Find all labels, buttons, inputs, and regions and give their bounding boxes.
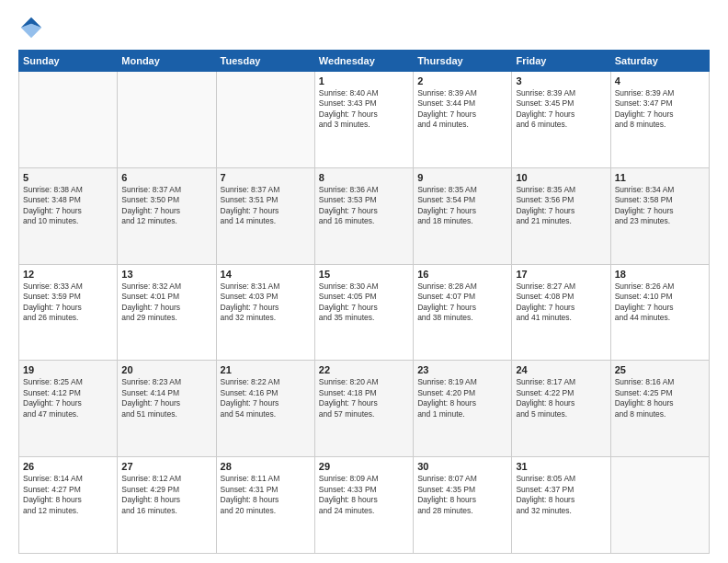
day-info: Sunrise: 8:35 AM Sunset: 3:56 PM Dayligh… — [516, 185, 606, 227]
calendar-cell: 1Sunrise: 8:40 AM Sunset: 3:43 PM Daylig… — [314, 72, 413, 168]
week-row-1: 1Sunrise: 8:40 AM Sunset: 3:43 PM Daylig… — [19, 72, 710, 168]
day-info: Sunrise: 8:20 AM Sunset: 4:18 PM Dayligh… — [319, 377, 409, 419]
day-number: 5 — [23, 172, 113, 183]
calendar-cell: 11Sunrise: 8:34 AM Sunset: 3:58 PM Dayli… — [610, 167, 709, 264]
day-number: 22 — [319, 364, 409, 375]
day-header-monday: Monday — [118, 51, 216, 72]
day-number: 29 — [319, 461, 409, 472]
calendar-cell: 18Sunrise: 8:26 AM Sunset: 4:10 PM Dayli… — [610, 264, 709, 361]
calendar-cell: 19Sunrise: 8:25 AM Sunset: 4:12 PM Dayli… — [19, 361, 118, 457]
day-info: Sunrise: 8:22 AM Sunset: 4:16 PM Dayligh… — [221, 377, 311, 419]
calendar-header: SundayMondayTuesdayWednesdayThursdayFrid… — [19, 51, 710, 72]
calendar-cell: 27Sunrise: 8:12 AM Sunset: 4:29 PM Dayli… — [118, 457, 216, 554]
calendar-cell: 17Sunrise: 8:27 AM Sunset: 4:08 PM Dayli… — [512, 264, 610, 361]
day-number: 31 — [516, 461, 606, 472]
day-info: Sunrise: 8:11 AM Sunset: 4:31 PM Dayligh… — [221, 474, 311, 516]
calendar-cell: 13Sunrise: 8:32 AM Sunset: 4:01 PM Dayli… — [118, 264, 216, 361]
calendar-cell: 21Sunrise: 8:22 AM Sunset: 4:16 PM Dayli… — [216, 361, 314, 457]
day-number: 12 — [23, 269, 113, 280]
day-info: Sunrise: 8:36 AM Sunset: 3:53 PM Dayligh… — [319, 185, 409, 227]
day-info: Sunrise: 8:28 AM Sunset: 4:07 PM Dayligh… — [417, 282, 507, 324]
day-info: Sunrise: 8:25 AM Sunset: 4:12 PM Dayligh… — [23, 377, 113, 419]
calendar-cell: 24Sunrise: 8:17 AM Sunset: 4:22 PM Dayli… — [512, 361, 610, 457]
calendar-cell: 2Sunrise: 8:39 AM Sunset: 3:44 PM Daylig… — [414, 72, 512, 168]
day-info: Sunrise: 8:40 AM Sunset: 3:43 PM Dayligh… — [319, 88, 409, 131]
day-number: 30 — [417, 461, 507, 472]
week-row-2: 5Sunrise: 8:38 AM Sunset: 3:48 PM Daylig… — [19, 167, 710, 264]
day-header-tuesday: Tuesday — [216, 51, 314, 72]
day-info: Sunrise: 8:19 AM Sunset: 4:20 PM Dayligh… — [417, 377, 507, 419]
page: SundayMondayTuesdayWednesdayThursdayFrid… — [0, 0, 728, 563]
day-info: Sunrise: 8:38 AM Sunset: 3:48 PM Dayligh… — [23, 185, 113, 227]
day-number: 14 — [221, 269, 311, 280]
week-row-3: 12Sunrise: 8:33 AM Sunset: 3:59 PM Dayli… — [19, 264, 710, 361]
day-number: 26 — [23, 461, 113, 472]
days-of-week-row: SundayMondayTuesdayWednesdayThursdayFrid… — [19, 51, 710, 72]
day-info: Sunrise: 8:30 AM Sunset: 4:05 PM Dayligh… — [319, 282, 409, 324]
calendar-cell: 9Sunrise: 8:35 AM Sunset: 3:54 PM Daylig… — [414, 167, 512, 264]
calendar-cell — [610, 457, 709, 554]
day-info: Sunrise: 8:09 AM Sunset: 4:33 PM Dayligh… — [319, 474, 409, 516]
day-number: 27 — [121, 461, 211, 472]
calendar-cell: 7Sunrise: 8:37 AM Sunset: 3:51 PM Daylig… — [216, 167, 314, 264]
calendar-cell: 3Sunrise: 8:39 AM Sunset: 3:45 PM Daylig… — [512, 72, 610, 168]
day-info: Sunrise: 8:12 AM Sunset: 4:29 PM Dayligh… — [121, 474, 211, 516]
calendar-cell: 30Sunrise: 8:07 AM Sunset: 4:35 PM Dayli… — [414, 457, 512, 554]
day-info: Sunrise: 8:32 AM Sunset: 4:01 PM Dayligh… — [121, 282, 211, 324]
day-number: 17 — [516, 269, 606, 280]
day-number: 9 — [417, 172, 507, 183]
day-number: 6 — [121, 172, 211, 183]
calendar-cell: 15Sunrise: 8:30 AM Sunset: 4:05 PM Dayli… — [314, 264, 413, 361]
calendar-cell — [216, 72, 314, 168]
day-number: 21 — [221, 364, 311, 375]
day-number: 16 — [417, 269, 507, 280]
calendar-cell: 28Sunrise: 8:11 AM Sunset: 4:31 PM Dayli… — [216, 457, 314, 554]
calendar-cell: 6Sunrise: 8:37 AM Sunset: 3:50 PM Daylig… — [118, 167, 216, 264]
logo — [18, 15, 48, 40]
day-header-saturday: Saturday — [610, 51, 709, 72]
calendar-cell: 20Sunrise: 8:23 AM Sunset: 4:14 PM Dayli… — [118, 361, 216, 457]
calendar-table: SundayMondayTuesdayWednesdayThursdayFrid… — [18, 50, 710, 554]
day-number: 1 — [319, 75, 409, 86]
day-info: Sunrise: 8:35 AM Sunset: 3:54 PM Dayligh… — [417, 185, 507, 227]
day-info: Sunrise: 8:26 AM Sunset: 4:10 PM Dayligh… — [615, 282, 705, 324]
day-number: 28 — [221, 461, 311, 472]
calendar-cell: 10Sunrise: 8:35 AM Sunset: 3:56 PM Dayli… — [512, 167, 610, 264]
day-info: Sunrise: 8:37 AM Sunset: 3:50 PM Dayligh… — [121, 185, 211, 227]
day-info: Sunrise: 8:14 AM Sunset: 4:27 PM Dayligh… — [23, 474, 113, 516]
calendar-cell: 29Sunrise: 8:09 AM Sunset: 4:33 PM Dayli… — [314, 457, 413, 554]
day-number: 24 — [516, 364, 606, 375]
day-info: Sunrise: 8:31 AM Sunset: 4:03 PM Dayligh… — [221, 282, 311, 324]
day-info: Sunrise: 8:34 AM Sunset: 3:58 PM Dayligh… — [615, 185, 705, 227]
calendar-cell: 23Sunrise: 8:19 AM Sunset: 4:20 PM Dayli… — [414, 361, 512, 457]
calendar-cell: 16Sunrise: 8:28 AM Sunset: 4:07 PM Dayli… — [414, 264, 512, 361]
day-info: Sunrise: 8:37 AM Sunset: 3:51 PM Dayligh… — [221, 185, 311, 227]
day-info: Sunrise: 8:39 AM Sunset: 3:44 PM Dayligh… — [417, 88, 507, 131]
calendar-cell: 22Sunrise: 8:20 AM Sunset: 4:18 PM Dayli… — [314, 361, 413, 457]
calendar-cell: 25Sunrise: 8:16 AM Sunset: 4:25 PM Dayli… — [610, 361, 709, 457]
day-number: 19 — [23, 364, 113, 375]
day-info: Sunrise: 8:05 AM Sunset: 4:37 PM Dayligh… — [516, 474, 606, 516]
calendar-cell: 12Sunrise: 8:33 AM Sunset: 3:59 PM Dayli… — [19, 264, 118, 361]
day-number: 7 — [221, 172, 311, 183]
calendar-cell: 8Sunrise: 8:36 AM Sunset: 3:53 PM Daylig… — [314, 167, 413, 264]
day-info: Sunrise: 8:33 AM Sunset: 3:59 PM Dayligh… — [23, 282, 113, 324]
header — [18, 15, 710, 40]
calendar-cell — [118, 72, 216, 168]
day-info: Sunrise: 8:27 AM Sunset: 4:08 PM Dayligh… — [516, 282, 606, 324]
day-number: 13 — [121, 269, 211, 280]
day-number: 4 — [615, 75, 705, 86]
calendar-cell: 26Sunrise: 8:14 AM Sunset: 4:27 PM Dayli… — [19, 457, 118, 554]
calendar-cell: 4Sunrise: 8:39 AM Sunset: 3:47 PM Daylig… — [610, 72, 709, 168]
calendar-body: 1Sunrise: 8:40 AM Sunset: 3:43 PM Daylig… — [19, 72, 710, 554]
calendar-cell — [19, 72, 118, 168]
day-number: 23 — [417, 364, 507, 375]
week-row-5: 26Sunrise: 8:14 AM Sunset: 4:27 PM Dayli… — [19, 457, 710, 554]
day-info: Sunrise: 8:39 AM Sunset: 3:45 PM Dayligh… — [516, 88, 606, 131]
calendar-cell: 5Sunrise: 8:38 AM Sunset: 3:48 PM Daylig… — [19, 167, 118, 264]
day-number: 18 — [615, 269, 705, 280]
day-info: Sunrise: 8:16 AM Sunset: 4:25 PM Dayligh… — [615, 377, 705, 419]
day-number: 10 — [516, 172, 606, 183]
day-number: 8 — [319, 172, 409, 183]
day-number: 25 — [615, 364, 705, 375]
